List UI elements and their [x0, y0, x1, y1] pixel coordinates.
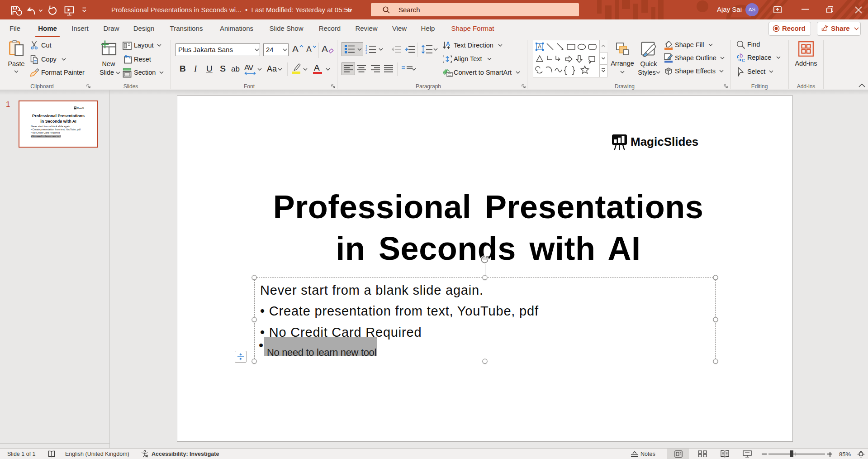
svg-text:MagicSlides: MagicSlides [77, 107, 84, 109]
